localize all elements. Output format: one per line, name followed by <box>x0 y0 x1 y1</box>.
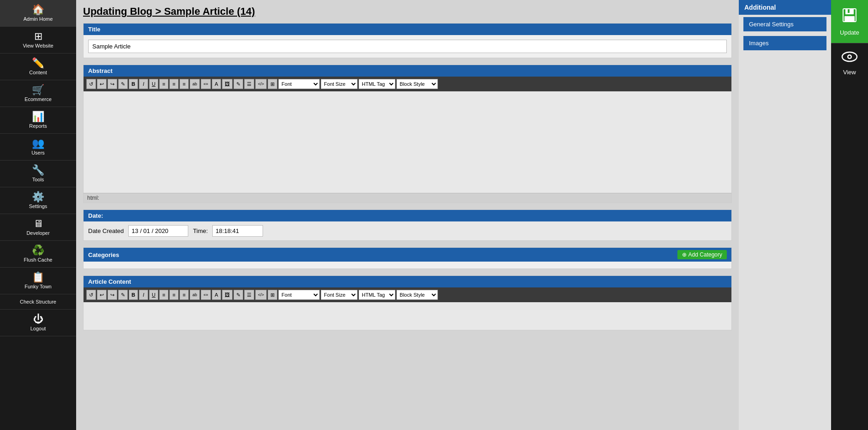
toolbar-underline[interactable]: U <box>149 79 158 89</box>
sidebar-item-reports[interactable]: 📊 Reports <box>0 107 76 134</box>
toolbar-list[interactable]: ☰ <box>244 79 254 89</box>
sidebar-item-tools[interactable]: 🔧 Tools <box>0 161 76 187</box>
time-label: Time: <box>193 227 208 234</box>
article-block-style-select[interactable]: Block Style <box>396 290 438 300</box>
settings-icon: ⚙️ <box>32 192 44 202</box>
view-button[interactable]: View <box>831 43 868 83</box>
add-category-plus-icon: ⊕ <box>682 251 687 258</box>
article-toolbar-quote[interactable]: «» <box>201 290 211 300</box>
time-input[interactable] <box>212 225 263 237</box>
abstract-font-select[interactable]: Font <box>278 79 320 89</box>
users-icon: 👥 <box>32 138 44 149</box>
date-row: Date Created Time: <box>84 221 731 240</box>
sidebar-label-users: Users <box>31 150 45 155</box>
article-editor-area[interactable] <box>84 302 731 330</box>
sidebar-item-logout[interactable]: ⏻ Logout <box>0 310 76 336</box>
toolbar-quote[interactable]: «» <box>201 79 211 89</box>
main-content: Updating Blog > Sample Article (14) Titl… <box>76 0 739 430</box>
article-html-tag-select[interactable]: HTML Tag <box>359 290 395 300</box>
general-settings-button[interactable]: General Settings <box>743 17 826 31</box>
sidebar-item-check-structure[interactable]: Check Structure <box>0 294 76 310</box>
sidebar-item-funky-town[interactable]: 📋 Funky Town <box>0 268 76 294</box>
reports-icon: 📊 <box>32 112 44 122</box>
home-icon: 🏠 <box>32 5 44 15</box>
toolbar-align-left[interactable]: ≡ <box>159 79 168 89</box>
article-toolbar-bold[interactable]: B <box>129 290 138 300</box>
sidebar-item-developer[interactable]: 🖥 Developer <box>0 214 76 241</box>
article-toolbar-pencil[interactable]: ✎ <box>118 290 128 300</box>
article-toolbar-underline[interactable]: U <box>149 290 158 300</box>
categories-body <box>84 262 731 269</box>
abstract-section: Abstract ↺ ↩ ↪ ✎ B I U ≡ ≡ ≡ ab «» A 🖼 ✎… <box>83 65 732 203</box>
sidebar-label-funky-town: Funky Town <box>24 284 52 289</box>
toolbar-pen[interactable]: ✎ <box>233 79 243 89</box>
categories-section: Categories ⊕ Add Category <box>83 247 732 269</box>
title-input[interactable] <box>88 40 727 53</box>
svg-rect-3 <box>848 9 850 13</box>
article-toolbar-italic[interactable]: I <box>139 290 148 300</box>
add-category-button[interactable]: ⊕ Add Category <box>677 250 727 259</box>
content-icon: ✏️ <box>32 58 44 68</box>
article-toolbar-font-color[interactable]: A <box>212 290 221 300</box>
article-toolbar-undo2[interactable]: ↩ <box>97 290 107 300</box>
article-toolbar: ↺ ↩ ↪ ✎ B I U ≡ ≡ ≡ ab «» A 🖼 ✎ ☰ </> ⊞ … <box>84 287 731 302</box>
toolbar-code[interactable]: </> <box>255 79 267 89</box>
sidebar-label-check-structure: Check Structure <box>20 299 56 305</box>
abstract-editor-area[interactable] <box>84 91 731 193</box>
date-created-input[interactable] <box>128 225 188 237</box>
sidebar-label-admin-home: Admin Home <box>24 16 53 22</box>
article-font-size-select[interactable]: Font Size <box>321 290 358 300</box>
sidebar-item-settings[interactable]: ⚙️ Settings <box>0 187 76 214</box>
abstract-font-size-select[interactable]: Font Size <box>321 79 358 89</box>
sidebar-item-users[interactable]: 👥 Users <box>0 134 76 161</box>
categories-label: Categories <box>88 251 119 258</box>
categories-header: Categories ⊕ Add Category <box>84 248 731 262</box>
add-category-label: Add Category <box>688 251 722 258</box>
toolbar-link[interactable]: ab <box>190 79 200 89</box>
sidebar-item-view-website[interactable]: ⊞ View Website <box>0 27 76 54</box>
toolbar-table[interactable]: ⊞ <box>268 79 277 89</box>
article-toolbar-align-left[interactable]: ≡ <box>159 290 168 300</box>
toolbar-image[interactable]: 🖼 <box>222 79 233 89</box>
article-toolbar-list[interactable]: ☰ <box>244 290 254 300</box>
sidebar-label-reports: Reports <box>29 123 47 129</box>
toolbar-font-color[interactable]: A <box>212 79 221 89</box>
abstract-block-style-select[interactable]: Block Style <box>396 79 438 89</box>
toolbar-undo2[interactable]: ↩ <box>97 79 107 89</box>
title-section-body <box>84 35 731 58</box>
toolbar-italic[interactable]: I <box>139 79 148 89</box>
article-toolbar-link[interactable]: ab <box>190 290 200 300</box>
eye-icon <box>841 50 858 66</box>
toolbar-bold[interactable]: B <box>129 79 138 89</box>
article-toolbar-align-center[interactable]: ≡ <box>169 290 179 300</box>
sidebar-label-flush-cache: Flush Cache <box>24 257 53 263</box>
toolbar-pencil[interactable]: ✎ <box>118 79 128 89</box>
view-label: View <box>843 69 856 76</box>
abstract-section-header: Abstract <box>84 65 731 77</box>
article-toolbar-align-right[interactable]: ≡ <box>180 290 189 300</box>
page-title: Updating Blog > Sample Article (14) <box>83 6 732 18</box>
sidebar-label-logout: Logout <box>30 326 46 331</box>
article-toolbar-undo[interactable]: ↺ <box>86 290 96 300</box>
article-toolbar-image[interactable]: 🖼 <box>222 290 233 300</box>
sidebar-item-content[interactable]: ✏️ Content <box>0 54 76 80</box>
sidebar-item-ecommerce[interactable]: 🛒 Ecommerce <box>0 80 76 107</box>
abstract-html-tag-select[interactable]: HTML Tag <box>359 79 395 89</box>
sidebar-item-admin-home[interactable]: 🏠 Admin Home <box>0 0 76 27</box>
toolbar-align-right[interactable]: ≡ <box>180 79 189 89</box>
images-button[interactable]: Images <box>743 36 826 50</box>
abstract-html-bar: html: <box>84 193 731 203</box>
article-toolbar-code[interactable]: </> <box>255 290 267 300</box>
toolbar-undo[interactable]: ↺ <box>86 79 96 89</box>
sidebar-item-flush-cache[interactable]: ♻️ Flush Cache <box>0 241 76 268</box>
article-content-section: Article Content ↺ ↩ ↪ ✎ B I U ≡ ≡ ≡ ab «… <box>83 275 732 330</box>
tools-icon: 🔧 <box>32 165 44 175</box>
article-font-select[interactable]: Font <box>278 290 320 300</box>
toolbar-align-center[interactable]: ≡ <box>169 79 179 89</box>
article-toolbar-redo[interactable]: ↪ <box>108 290 117 300</box>
article-toolbar-table[interactable]: ⊞ <box>268 290 277 300</box>
update-button[interactable]: Update <box>831 0 868 43</box>
svg-point-6 <box>849 56 851 58</box>
toolbar-redo[interactable]: ↪ <box>108 79 117 89</box>
article-toolbar-pen[interactable]: ✎ <box>233 290 243 300</box>
